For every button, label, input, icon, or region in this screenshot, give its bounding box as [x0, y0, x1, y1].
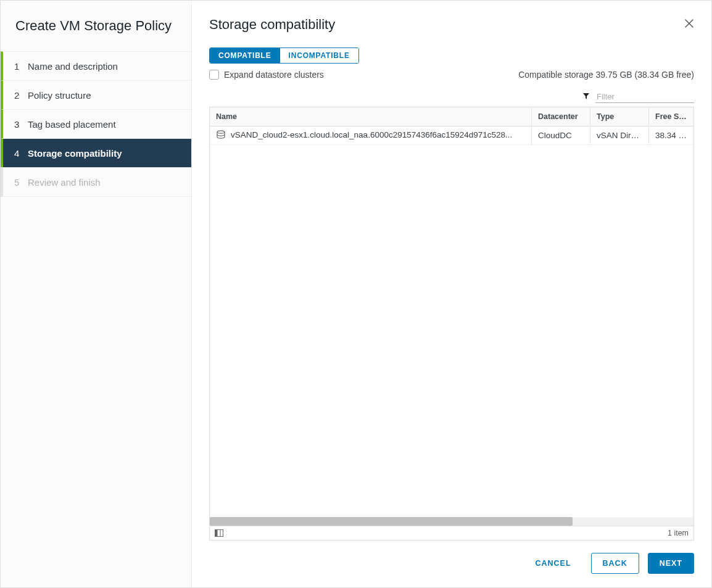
step-label: Review and finish	[28, 177, 180, 188]
step-number: 5	[14, 177, 28, 188]
close-icon	[684, 19, 694, 28]
step-number: 1	[14, 61, 28, 72]
filter-row	[209, 91, 694, 103]
wizard-main: Storage compatibility COMPATIBLE INCOMPA…	[192, 1, 711, 587]
filter-icon[interactable]	[583, 93, 589, 101]
wizard-sidebar: Create VM Storage Policy 1 Name and desc…	[1, 1, 192, 587]
step-number: 3	[14, 119, 28, 130]
step-policy-structure[interactable]: 2 Policy structure	[1, 80, 191, 110]
step-name-description[interactable]: 1 Name and description	[1, 51, 191, 81]
back-button[interactable]: BACK	[591, 553, 639, 574]
tab-compatible[interactable]: COMPATIBLE	[210, 48, 280, 63]
table-footer: 1 item	[210, 526, 693, 540]
step-label: Policy structure	[28, 90, 180, 101]
column-picker-button[interactable]	[215, 529, 223, 537]
svg-rect-2	[215, 530, 218, 537]
step-label: Tag based placement	[28, 119, 180, 130]
expand-clusters-checkbox[interactable]: Expand datastore clusters	[209, 70, 324, 80]
compatible-summary: Compatible storage 39.75 GB (38.34 GB fr…	[518, 70, 694, 80]
segmented-control: COMPATIBLE INCOMPATIBLE	[209, 48, 359, 64]
step-tag-placement[interactable]: 3 Tag based placement	[1, 109, 191, 139]
col-name[interactable]: Name	[210, 107, 532, 126]
step-label: Storage compatibility	[28, 148, 180, 159]
item-count: 1 item	[668, 529, 689, 537]
step-review-finish: 5 Review and finish	[1, 167, 191, 197]
step-number: 4	[14, 148, 28, 159]
cell-type: vSAN Dire...	[590, 127, 649, 144]
close-button[interactable]	[684, 19, 694, 31]
step-storage-compatibility[interactable]: 4 Storage compatibility	[1, 138, 191, 168]
checkbox-label: Expand datastore clusters	[224, 70, 324, 80]
step-label: Name and description	[28, 61, 180, 72]
table-row[interactable]: vSAND_cloud2-esx1.cloud.local_naa.6000c2…	[210, 126, 693, 145]
wizard-footer: CANCEL BACK NEXT	[192, 540, 711, 587]
col-datacenter[interactable]: Datacenter	[532, 107, 590, 126]
page-title: Storage compatibility	[209, 17, 335, 33]
checkbox-box	[209, 70, 219, 80]
scrollbar-thumb[interactable]	[210, 517, 573, 526]
compatibility-tabs: COMPATIBLE INCOMPATIBLE	[209, 48, 694, 64]
wizard-steps: 1 Name and description 2 Policy structur…	[1, 51, 191, 196]
wizard-title: Create VM Storage Policy	[1, 1, 191, 51]
tab-incompatible[interactable]: INCOMPATIBLE	[280, 48, 358, 63]
datastore-icon	[216, 130, 226, 141]
filter-input[interactable]	[595, 91, 694, 103]
table-header: Name Datacenter Type Free Spac	[210, 107, 693, 126]
step-number: 2	[14, 90, 28, 101]
datastore-table: Name Datacenter Type Free Spac	[209, 107, 694, 540]
options-row: Expand datastore clusters Compatible sto…	[209, 70, 694, 80]
main-header: Storage compatibility	[192, 1, 711, 48]
col-free-space[interactable]: Free Spac	[649, 107, 693, 126]
table-body: vSAND_cloud2-esx1.cloud.local_naa.6000c2…	[210, 126, 693, 517]
cancel-button[interactable]: CANCEL	[524, 553, 582, 573]
content: COMPATIBLE INCOMPATIBLE Expand datastore…	[192, 48, 711, 540]
cell-free: 38.34 GB	[649, 127, 693, 144]
cell-datacenter: CloudDC	[532, 127, 590, 144]
horizontal-scrollbar[interactable]	[210, 517, 693, 526]
next-button[interactable]: NEXT	[648, 553, 694, 574]
svg-point-0	[217, 131, 225, 133]
cell-name: vSAND_cloud2-esx1.cloud.local_naa.6000c2…	[210, 126, 532, 144]
create-vm-storage-policy-dialog: Create VM Storage Policy 1 Name and desc…	[0, 0, 712, 588]
col-type[interactable]: Type	[590, 107, 649, 126]
cell-name-text: vSAND_cloud2-esx1.cloud.local_naa.6000c2…	[231, 130, 512, 139]
